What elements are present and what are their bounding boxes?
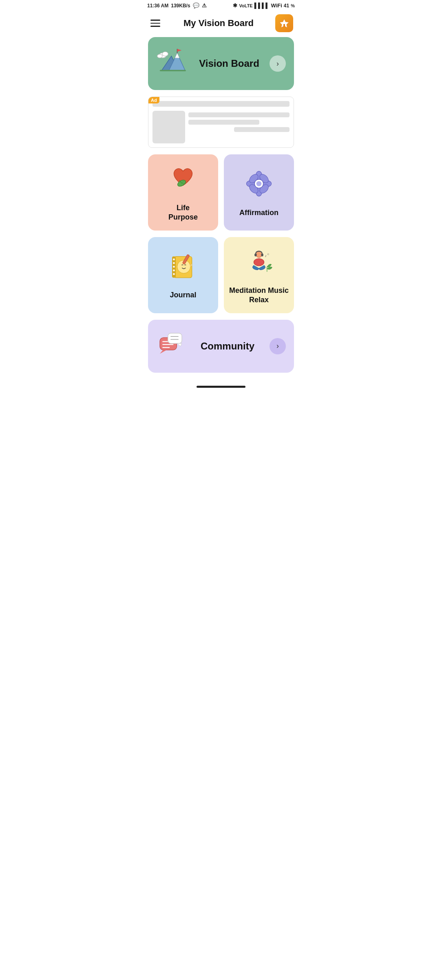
meditation-svg: ♪ ♫ <box>244 247 274 276</box>
hamburger-line-3 <box>150 26 160 27</box>
svg-rect-36 <box>254 253 256 256</box>
warning-icon: ⚠ <box>202 2 207 9</box>
svg-rect-37 <box>261 253 263 256</box>
ad-banner: Ad <box>148 97 294 148</box>
home-bar <box>197 386 245 388</box>
vision-board-card[interactable]: Vision Board › <box>148 37 294 90</box>
top-grid: LifePurpose <box>148 154 294 231</box>
svg-marker-48 <box>177 343 182 346</box>
lte-icon: VoLTE <box>239 3 252 8</box>
menu-button[interactable] <box>149 18 162 29</box>
page-title: My Vision Board <box>183 18 254 29</box>
star-icon <box>278 18 290 29</box>
community-arrow: › <box>270 338 286 354</box>
signal-icon: ▌▌▌▌ <box>254 2 270 9</box>
ad-placeholder-bar <box>152 101 290 107</box>
ad-line-1 <box>188 112 290 117</box>
svg-marker-9 <box>177 49 182 52</box>
svg-point-31 <box>173 273 175 275</box>
svg-point-3 <box>162 52 168 56</box>
svg-marker-43 <box>160 350 166 354</box>
affirmation-label: Affirmation <box>239 208 278 218</box>
status-bar: 11:36 AM 139KB/s 💬 ⚠ ✱ VoLTE ▌▌▌▌ WiFi 4… <box>141 0 301 10</box>
premium-badge-button[interactable] <box>275 14 293 32</box>
home-indicator <box>141 381 301 391</box>
network-speed: 139KB/s <box>171 3 190 9</box>
ad-image-placeholder <box>152 111 185 143</box>
battery-icon-text: % <box>291 3 295 8</box>
svg-text:♫: ♫ <box>267 253 269 256</box>
meditation-icon: ♪ ♫ <box>244 247 274 280</box>
meditation-label: Meditation MusicRelax <box>229 286 289 305</box>
notebook-svg <box>168 251 198 281</box>
community-icon <box>156 330 186 363</box>
community-label: Community <box>186 341 270 352</box>
chat-bubbles-svg <box>156 330 186 359</box>
svg-point-38 <box>254 259 264 266</box>
life-purpose-label: LifePurpose <box>168 203 198 222</box>
wifi-icon: WiFi <box>271 2 282 9</box>
journal-card[interactable]: Journal <box>148 237 218 313</box>
journal-icon <box>168 251 198 285</box>
affirmation-card[interactable]: Affirmation <box>224 154 294 231</box>
hamburger-line-2 <box>150 23 160 24</box>
bluetooth-icon: ✱ <box>233 2 237 9</box>
svg-point-28 <box>173 262 175 264</box>
flower-svg <box>244 169 274 198</box>
life-purpose-card[interactable]: LifePurpose <box>148 154 218 231</box>
hamburger-line-1 <box>150 20 160 21</box>
journal-label: Journal <box>170 290 196 300</box>
app-header: My Vision Board <box>141 10 301 37</box>
life-purpose-icon <box>168 164 198 198</box>
svg-rect-10 <box>160 70 186 71</box>
vision-board-label: Vision Board <box>189 58 270 69</box>
svg-marker-7 <box>175 53 179 58</box>
ad-line-2 <box>188 120 259 125</box>
status-right: ✱ VoLTE ▌▌▌▌ WiFi 41 % <box>233 2 295 9</box>
vision-board-arrow: › <box>270 55 286 72</box>
svg-rect-1 <box>283 24 285 27</box>
svg-text:♪: ♪ <box>265 254 267 258</box>
mountain-icon <box>156 45 189 82</box>
heart-leaf-svg <box>168 164 198 193</box>
svg-point-29 <box>173 266 175 268</box>
battery-percentage: 41 <box>284 3 289 9</box>
time: 11:36 AM <box>147 3 168 9</box>
ad-content <box>148 97 294 147</box>
svg-rect-47 <box>168 333 182 343</box>
svg-point-27 <box>173 259 175 261</box>
meditation-card[interactable]: ♪ ♫ Meditation MusicRelax <box>224 237 294 313</box>
community-card[interactable]: Community › <box>148 320 294 373</box>
bottom-grid: Journal ♪ <box>148 237 294 313</box>
svg-point-4 <box>157 54 162 58</box>
affirmation-icon <box>244 169 274 202</box>
ad-line-3 <box>234 127 290 132</box>
svg-point-24 <box>256 181 262 186</box>
ad-bottom-row <box>152 111 290 143</box>
ad-text-placeholders <box>188 111 290 143</box>
main-content: Vision Board › Ad <box>141 37 301 381</box>
ad-label: Ad <box>148 97 159 103</box>
status-left: 11:36 AM 139KB/s 💬 ⚠ <box>147 2 207 9</box>
svg-point-30 <box>173 270 175 272</box>
mountain-svg <box>156 45 189 78</box>
whatsapp-icon: 💬 <box>193 2 199 9</box>
